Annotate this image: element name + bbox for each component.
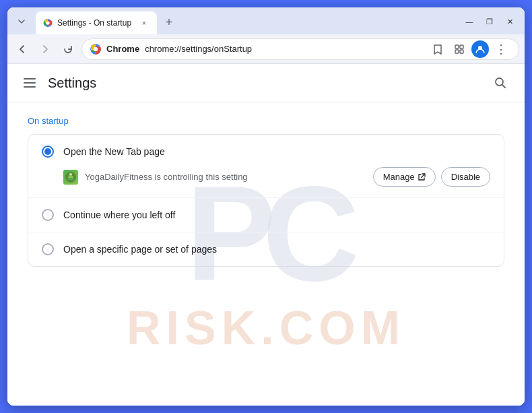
manage-label: Manage bbox=[383, 172, 415, 182]
svg-point-3 bbox=[94, 46, 98, 51]
option-new-tab-label: Open the New Tab page bbox=[63, 146, 490, 157]
settings-header: Settings bbox=[7, 64, 525, 102]
option-new-tab[interactable]: Open the New Tab page bbox=[28, 135, 504, 198]
tab-dropdown-area bbox=[13, 13, 30, 30]
radio-specific[interactable] bbox=[42, 243, 54, 255]
hamburger-line bbox=[24, 78, 36, 80]
extension-buttons: Manage Disable bbox=[373, 167, 490, 187]
reload-button[interactable] bbox=[59, 40, 77, 59]
svg-rect-5 bbox=[460, 45, 463, 49]
minimize-button[interactable]: — bbox=[460, 14, 479, 29]
extension-row: YogaDailyFitness is controlling this set… bbox=[42, 167, 490, 187]
chrome-brand-label: Chrome bbox=[106, 44, 139, 54]
option-specific[interactable]: Open a specific page or set of pages bbox=[28, 232, 504, 266]
section-label: On startup bbox=[28, 116, 504, 126]
hamburger-menu-button[interactable] bbox=[21, 75, 38, 90]
tab-area: Settings - On startup × + bbox=[13, 11, 460, 34]
svg-point-1 bbox=[46, 21, 49, 24]
settings-header-left: Settings bbox=[21, 75, 96, 91]
svg-rect-4 bbox=[455, 45, 459, 49]
maximize-button[interactable]: ❐ bbox=[480, 14, 499, 29]
window-controls: — ❐ ✕ bbox=[460, 14, 519, 29]
settings-body: PC RISK.COM On startup Open the New Tab … bbox=[7, 102, 525, 406]
disable-label: Disable bbox=[451, 172, 480, 182]
options-card: Open the New Tab page bbox=[28, 134, 504, 267]
tab-dropdown-btn[interactable] bbox=[13, 13, 30, 30]
radio-continue[interactable] bbox=[42, 209, 54, 221]
navigation-bar: Chrome chrome://settings/onStartup bbox=[7, 34, 525, 64]
tab-title: Settings - On startup bbox=[57, 18, 134, 28]
tab-favicon bbox=[42, 18, 53, 28]
option-continue-label: Continue where you left off bbox=[63, 210, 490, 220]
new-tab-button[interactable]: + bbox=[160, 13, 178, 32]
radio-new-tab[interactable] bbox=[42, 146, 54, 158]
title-bar: Settings - On startup × + — ❐ ✕ bbox=[7, 7, 525, 34]
manage-button[interactable]: Manage bbox=[373, 167, 436, 187]
close-button[interactable]: ✕ bbox=[500, 14, 519, 29]
extension-puzzle-button[interactable] bbox=[450, 40, 469, 59]
hamburger-line bbox=[24, 86, 36, 88]
external-link-icon bbox=[418, 173, 426, 181]
chrome-logo-icon bbox=[90, 44, 101, 55]
url-display: chrome://settings/onStartup bbox=[145, 44, 252, 54]
forward-button[interactable] bbox=[36, 40, 55, 59]
main-content: Settings PC RISK.COM On startup bbox=[7, 64, 525, 406]
disable-button[interactable]: Disable bbox=[441, 167, 490, 187]
hamburger-line bbox=[24, 82, 36, 84]
extension-name-label: YogaDailyFitness is controlling this set… bbox=[85, 172, 248, 182]
back-button[interactable] bbox=[13, 40, 32, 59]
svg-rect-6 bbox=[455, 50, 459, 53]
profile-button[interactable] bbox=[471, 40, 489, 58]
option-specific-label: Open a specific page or set of pages bbox=[63, 244, 490, 255]
menu-button[interactable]: ⋮ bbox=[492, 40, 510, 59]
extension-icon bbox=[63, 170, 78, 185]
browser-window: Settings - On startup × + — ❐ ✕ bbox=[7, 7, 525, 406]
active-tab[interactable]: Settings - On startup × bbox=[36, 11, 157, 34]
option-continue[interactable]: Continue where you left off bbox=[28, 198, 504, 232]
svg-point-9 bbox=[496, 78, 503, 86]
search-settings-button[interactable] bbox=[490, 72, 511, 94]
tab-close-button[interactable]: × bbox=[138, 17, 150, 29]
svg-rect-7 bbox=[460, 50, 463, 53]
address-bar[interactable]: Chrome chrome://settings/onStartup bbox=[81, 38, 519, 60]
bookmark-button[interactable] bbox=[428, 40, 447, 59]
address-bar-actions: ⋮ bbox=[428, 40, 510, 59]
page-title: Settings bbox=[48, 75, 96, 91]
radio-inner bbox=[44, 148, 51, 155]
